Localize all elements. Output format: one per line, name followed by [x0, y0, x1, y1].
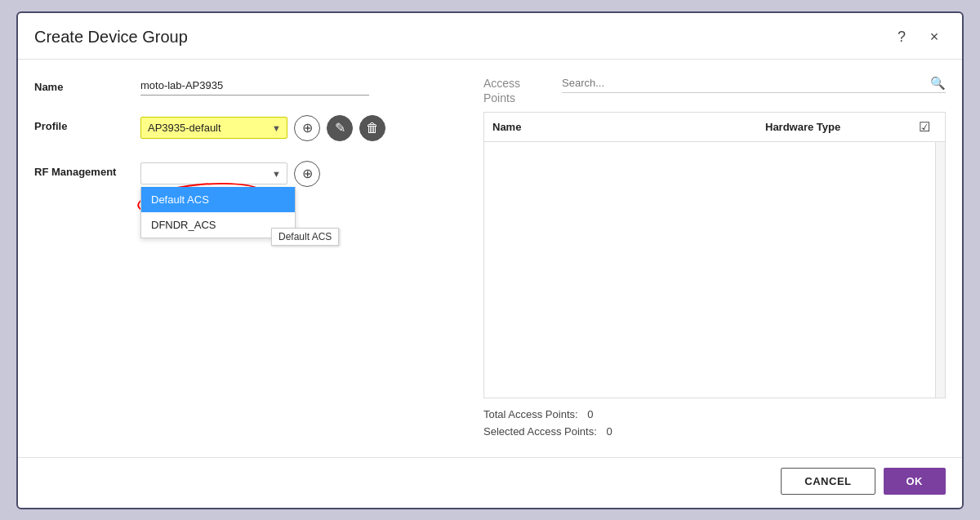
name-input[interactable]	[140, 76, 369, 96]
name-control	[140, 76, 459, 96]
edit-icon: ✎	[335, 120, 345, 136]
access-points-title: AccessPoints	[483, 76, 549, 105]
close-icon: ×	[930, 29, 939, 46]
access-points-totals: Total Access Points: 0 Selected Access P…	[483, 407, 946, 441]
right-panel: AccessPoints 🔍 Name Hardware Type ☑	[483, 76, 946, 441]
scrollbar[interactable]	[935, 142, 945, 398]
col-hardware-type-header: Hardware Type	[765, 121, 912, 133]
create-device-group-dialog: Create Device Group ? × Name Profile	[16, 11, 964, 509]
total-label: Total Access Points:	[483, 408, 578, 420]
profile-add-button[interactable]: ⊕	[294, 115, 320, 141]
help-icon: ?	[898, 29, 906, 46]
cancel-button[interactable]: CANCEL	[781, 468, 875, 495]
table-header-row: Name Hardware Type ☑	[484, 113, 945, 142]
selected-access-points-row: Selected Access Points: 0	[483, 424, 946, 441]
rf-add-icon: ⊕	[302, 166, 313, 181]
access-points-label: AccessPoints	[483, 77, 520, 104]
profile-row: Profile AP3935-default ▼ ⊕ ✎	[34, 115, 459, 141]
profile-control: AP3935-default ▼ ⊕ ✎ 🗑	[140, 115, 459, 141]
total-value: 0	[587, 408, 593, 420]
dialog-footer: CANCEL OK	[18, 457, 962, 508]
ok-button[interactable]: OK	[884, 468, 947, 495]
rf-add-button[interactable]: ⊕	[294, 161, 320, 187]
selected-label: Selected Access Points:	[483, 425, 597, 438]
left-panel: Name Profile AP3935-default ▼ ⊕	[34, 76, 459, 441]
rf-dropdown-item-default-acs[interactable]: Default ACS	[141, 187, 295, 212]
table-body-wrapper	[484, 142, 945, 398]
close-button[interactable]: ×	[923, 26, 946, 49]
profile-label: Profile	[34, 115, 140, 132]
access-points-header: AccessPoints 🔍	[483, 76, 946, 105]
rf-select-wrapper: Default ACS DFNDR_ACS ▼	[140, 162, 287, 184]
search-input[interactable]	[562, 77, 925, 89]
dialog-title: Create Device Group	[34, 28, 188, 47]
profile-delete-button[interactable]: 🗑	[359, 115, 385, 141]
tooltip-box: Default ACS	[271, 228, 339, 246]
name-label: Name	[34, 76, 140, 93]
tooltip-text: Default ACS	[278, 231, 332, 242]
select-all-checkbox[interactable]: ☑	[919, 119, 930, 135]
rf-management-row: RF Management Default ACS DFNDR_ACS ▼ ⊕	[34, 161, 459, 187]
profile-edit-button[interactable]: ✎	[327, 115, 353, 141]
name-row: Name	[34, 76, 459, 96]
header-icons: ? ×	[890, 26, 946, 49]
delete-icon: 🗑	[366, 121, 379, 136]
dialog-body: Name Profile AP3935-default ▼ ⊕	[18, 60, 962, 457]
rf-control: Default ACS DFNDR_ACS ▼ ⊕	[140, 161, 459, 187]
selected-value: 0	[606, 425, 612, 438]
total-access-points-row: Total Access Points: 0	[483, 407, 946, 424]
help-button[interactable]: ?	[890, 26, 913, 49]
profile-select-wrapper: AP3935-default ▼	[140, 117, 287, 139]
col-checkbox-header[interactable]: ☑	[912, 119, 937, 135]
access-points-table: Name Hardware Type ☑	[483, 112, 946, 398]
col-name-header: Name	[492, 121, 765, 133]
table-scroll-area[interactable]	[484, 142, 935, 398]
dialog-header: Create Device Group ? ×	[18, 13, 962, 60]
rf-management-label: RF Management	[34, 161, 140, 178]
rf-management-select[interactable]: Default ACS DFNDR_ACS	[140, 162, 287, 184]
search-icon: 🔍	[930, 76, 946, 91]
search-wrapper: 🔍	[562, 76, 946, 93]
add-icon: ⊕	[302, 120, 313, 136]
profile-select[interactable]: AP3935-default	[140, 117, 287, 139]
